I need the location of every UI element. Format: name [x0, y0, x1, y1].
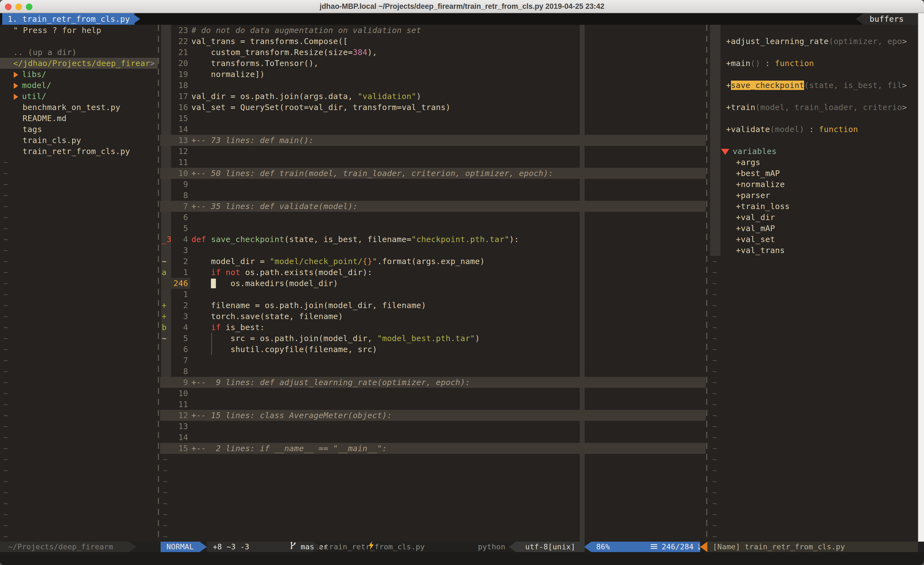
- tilde-char: ~: [163, 466, 168, 475]
- empty-line-tilde: ~: [712, 322, 717, 333]
- folded-line[interactable]: +-- 35 lines: def validate(model):: [191, 201, 358, 212]
- tagbar-variable-item[interactable]: +val_set: [736, 234, 775, 245]
- tilde-char: ~: [3, 378, 8, 387]
- empty-line-tilde: ~: [3, 531, 8, 542]
- code-line[interactable]: val_set = QuerySet(root=val_dir, transfo…: [191, 102, 450, 113]
- empty-line-tilde: ~: [712, 311, 717, 322]
- window-separator-right[interactable]: [706, 25, 707, 542]
- nerdtree-file-item[interactable]: tags: [22, 124, 42, 135]
- empty-line-tilde: ~: [3, 476, 8, 487]
- tag-name: +parser: [736, 191, 770, 200]
- tagbar-variable-item[interactable]: +val_dir: [736, 212, 775, 223]
- gutter-sign: ~: [162, 333, 171, 344]
- empty-line-tilde: ~: [712, 498, 717, 509]
- code-line[interactable]: if not os.path.exists(model_dir):: [191, 267, 372, 278]
- tagbar-function-item[interactable]: +save_checkpoint(state, is_best, fil>: [726, 80, 907, 91]
- empty-line-tilde: ~: [163, 531, 168, 542]
- nerdtree-up-dir[interactable]: .. (up a dir): [13, 47, 77, 58]
- line-number: 7: [164, 355, 188, 366]
- code-line[interactable]: # do not do data augmentation on validat…: [191, 25, 421, 36]
- nerdtree-file-item[interactable]: benchmark_on_test.py: [22, 102, 120, 113]
- line-number: 18: [164, 80, 188, 91]
- tilde-char: ~: [3, 180, 8, 189]
- statusline-cwd: ~/Projects/deep_firearm: [0, 542, 129, 552]
- tagbar-function-item[interactable]: +train(model, train_loader, criterio>: [726, 102, 907, 113]
- dir-name: libs/: [22, 70, 46, 79]
- empty-line-tilde: ~: [712, 421, 717, 432]
- empty-line-tilde: ~: [163, 509, 168, 520]
- tilde-char: ~: [3, 257, 8, 266]
- code-line[interactable]: model_dir = "model/check_point/{}".forma…: [191, 256, 485, 267]
- tag-name: +val_dir: [736, 213, 775, 222]
- tagbar-variable-item[interactable]: +train_loss: [736, 201, 790, 212]
- folded-line[interactable]: +-- 9 lines: def adjust_learning_rate(op…: [191, 377, 470, 388]
- code-line[interactable]: val_trans = transforms.Compose([: [191, 36, 348, 47]
- empty-line-tilde: ~: [163, 465, 168, 476]
- tagbar-variable-item[interactable]: +val_mAP: [736, 223, 775, 234]
- nerdtree-dir-item[interactable]: util/: [14, 91, 46, 102]
- code-line[interactable]: val_dir = os.path.join(args.data, "valid…: [191, 91, 421, 102]
- folded-line[interactable]: +-- 2 lines: if __name__ == "__main__":: [191, 443, 387, 454]
- tilde-char: ~: [3, 246, 8, 255]
- empty-line-tilde: ~: [3, 333, 8, 344]
- folded-line[interactable]: +-- 50 lines: def train(model, train_loa…: [191, 168, 553, 179]
- tagbar-function-item[interactable]: +validate(model) : function: [726, 124, 858, 135]
- tagbar-kind-header[interactable]: variables: [721, 146, 777, 157]
- code-token: .format(args.exp_name): [377, 257, 485, 266]
- nerdtree-file-item[interactable]: train_cls.py: [22, 135, 81, 146]
- tagbar-variable-item[interactable]: +args: [736, 157, 760, 168]
- tilde-char: ~: [712, 466, 717, 475]
- code-token: src = os.path.join(model_dir,: [191, 334, 377, 343]
- tagbar-variable-item[interactable]: +val_trans: [736, 245, 785, 256]
- code-token: os.path.exists(model_dir):: [240, 267, 372, 277]
- code-line[interactable]: src = os.path.join(model_dir, "model_bes…: [191, 333, 480, 344]
- nerdtree-dir-item[interactable]: model/: [14, 80, 51, 91]
- nerdtree-dir-item[interactable]: libs/: [14, 69, 46, 80]
- folded-line[interactable]: +-- 73 lines: def main():: [191, 135, 314, 146]
- gutter-sign: +: [162, 311, 171, 322]
- cursor-block: [211, 279, 216, 288]
- nerdtree-file-item[interactable]: train_retr_from_cls.py: [22, 146, 130, 157]
- empty-line-tilde: ~: [712, 531, 717, 542]
- root-path: </jdhao/Projects/deep_firear: [13, 59, 150, 68]
- line-number: 9: [164, 179, 188, 190]
- code-token: model_dir =: [191, 257, 270, 266]
- code-line[interactable]: filename = os.path.join(model_dir, filen…: [191, 300, 426, 311]
- gutter-sign: a: [162, 267, 171, 278]
- tagbar-function-item[interactable]: +main() : function: [726, 58, 814, 69]
- folded-line[interactable]: +-- 15 lines: class AverageMeter(object)…: [191, 410, 392, 421]
- code-token: normalize]): [191, 70, 265, 79]
- tagbar-variable-item[interactable]: +normalize: [736, 179, 785, 190]
- empty-line-tilde: ~: [3, 245, 8, 256]
- empty-line-tilde: ~: [712, 432, 717, 443]
- code-line[interactable]: shutil.copyfile(filename, src): [191, 344, 377, 355]
- code-line[interactable]: transforms.ToTensor(),: [191, 58, 318, 69]
- tagbar-function-item[interactable]: +adjust_learning_rate(optimizer, epo>: [726, 36, 907, 47]
- chevron-left-icon: [856, 13, 864, 25]
- code-token: [191, 323, 211, 332]
- line-number: 13: [164, 135, 188, 146]
- file-name: README.md: [22, 114, 66, 123]
- tilde-char: ~: [712, 334, 717, 343]
- empty-line-tilde: ~: [3, 443, 8, 454]
- tab-current-buffer[interactable]: 1. train_retr_from_cls.py: [2, 13, 135, 25]
- tagbar-variable-item[interactable]: +parser: [736, 190, 770, 201]
- line-number: 14: [164, 124, 188, 135]
- window-separator-left[interactable]: [158, 25, 159, 542]
- tilde-char: ~: [3, 158, 8, 167]
- code-line[interactable]: if is_best:: [191, 322, 265, 333]
- code-token: "model_best.pth.tar": [377, 334, 475, 343]
- tagbar-variable-item[interactable]: +best_mAP: [736, 168, 780, 179]
- code-line[interactable]: normalize]): [191, 69, 265, 80]
- terminal-window: jdhao-MBP.local ~/Projects/deep_firearm/…: [0, 0, 924, 565]
- nerdtree-root[interactable]: </jdhao/Projects/deep_firear: [13, 58, 150, 69]
- tag-name: +args: [736, 158, 760, 167]
- code-line[interactable]: custom_transform.Resize(size=384),: [191, 47, 377, 58]
- scrollbar[interactable]: [918, 13, 924, 565]
- nerdtree-file-item[interactable]: README.md: [22, 113, 66, 124]
- code-line[interactable]: torch.save(state, filename): [191, 311, 343, 322]
- empty-line-tilde: ~: [3, 355, 8, 366]
- code-line[interactable]: def save_checkpoint(state, is_best, file…: [191, 234, 519, 245]
- tilde-char: ~: [712, 389, 717, 398]
- code-token: def: [191, 234, 206, 244]
